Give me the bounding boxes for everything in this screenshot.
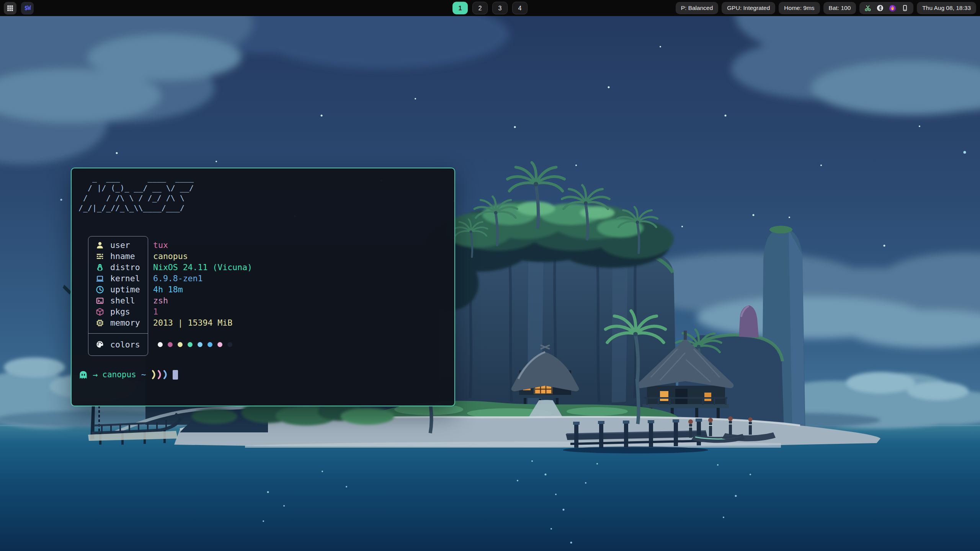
prompt-chevron <box>163 370 168 380</box>
ascii-logo-nixos: _ ___ ____ ____ / |/ (_)_ __/ __ \/ __/ … <box>78 173 194 213</box>
workspace-button-4[interactable]: 4 <box>512 2 528 15</box>
color-swatch <box>188 342 193 347</box>
home-latency-pill[interactable]: Home: 9ms <box>779 2 820 14</box>
wallpaper-switcher-button[interactable]: $W <box>21 2 34 15</box>
terminal-icon <box>95 297 105 305</box>
color-swatches <box>158 342 232 347</box>
info-row-distro: distro NixOS 24.11 (Vicuna) <box>88 262 356 273</box>
prompt-chevron <box>157 370 163 380</box>
system-info-panel: user tux hname canopus <box>88 236 148 356</box>
top-bar: $W 1 2 3 4 P: Balanced GPU: Integrated H… <box>0 0 980 16</box>
color-swatch <box>158 342 163 347</box>
color-swatch <box>207 342 212 347</box>
prompt-chevron <box>152 370 157 380</box>
top-bar-left: $W <box>4 2 34 15</box>
app-grid-icon <box>7 5 13 11</box>
shell-prompt[interactable]: → canopus ~ <box>78 369 178 380</box>
colors-row: colors <box>88 333 356 356</box>
zen-browser-flame-icon[interactable] <box>889 5 896 12</box>
scissors-icon[interactable] <box>864 5 871 11</box>
color-swatch <box>227 342 232 347</box>
chip-icon <box>95 319 105 327</box>
app-launcher-button[interactable] <box>4 2 16 15</box>
prompt-host: canopus <box>102 370 136 379</box>
power-profile-pill[interactable]: P: Balanced <box>676 2 719 14</box>
terminal-window[interactable]: _ ___ ____ ____ / |/ (_)_ __/ __ \/ __/ … <box>71 168 455 406</box>
workspaces: 1 2 3 4 <box>452 2 528 15</box>
ghost-icon <box>78 370 88 380</box>
laptop-icon <box>95 274 105 283</box>
battery-pill[interactable]: Bat: 100 <box>823 2 856 14</box>
workspace-button-3[interactable]: 3 <box>492 2 508 15</box>
info-row-hname: hname canopus <box>88 251 356 262</box>
clock-pill[interactable]: Thu Aug 08, 18:33 <box>917 2 976 14</box>
info-row-user: user tux <box>88 240 356 251</box>
package-icon <box>95 308 105 316</box>
clock-icon <box>95 285 105 294</box>
prompt-cwd: ~ <box>141 370 146 379</box>
info-row-kernel: kernel 6.9.8-zen1 <box>88 273 356 284</box>
color-swatch <box>178 342 183 347</box>
info-row-shell: shell zsh <box>88 295 356 306</box>
workspace-button-1[interactable]: 1 <box>452 2 468 15</box>
logo-text: $W <box>24 5 30 11</box>
info-row-memory: memory 2013 | 15394 MiB <box>88 317 356 328</box>
color-swatch <box>168 342 173 347</box>
phone-icon[interactable] <box>902 5 908 11</box>
text-cursor <box>173 370 178 380</box>
list-icon <box>95 252 105 261</box>
prompt-arrow: → <box>93 370 98 380</box>
info-row-pkgs: pkgs 1 <box>88 306 356 317</box>
info-row-uptime: uptime 4h 18m <box>88 284 356 295</box>
palette-icon <box>95 340 105 349</box>
color-swatch <box>198 342 203 347</box>
penguin-icon <box>95 263 105 272</box>
workspace-button-2[interactable]: 2 <box>472 2 488 15</box>
user-icon <box>95 241 105 249</box>
system-tray <box>859 2 913 14</box>
color-swatch <box>217 342 222 347</box>
top-bar-right: P: Balanced GPU: Integrated Home: 9ms Ba… <box>676 2 976 14</box>
gpu-pill[interactable]: GPU: Integrated <box>722 2 775 14</box>
bluetooth-icon[interactable] <box>877 5 884 11</box>
